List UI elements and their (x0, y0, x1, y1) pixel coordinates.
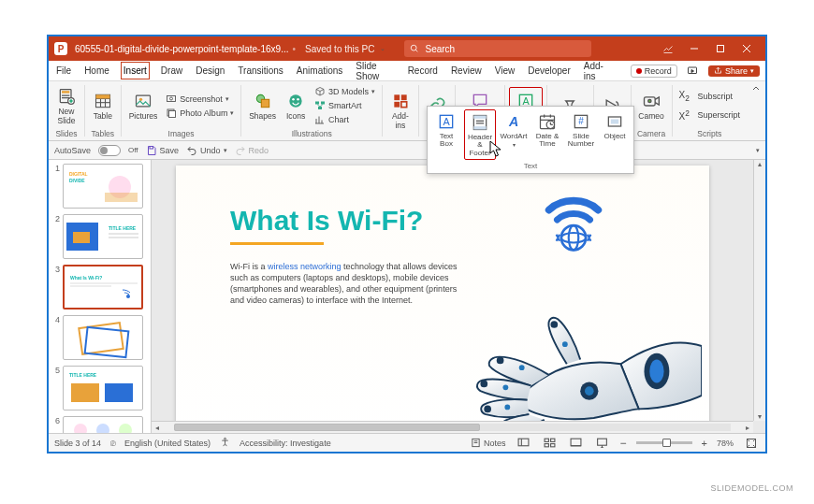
svg-rect-121 (611, 120, 618, 124)
zoom-out-icon[interactable]: − (620, 437, 627, 450)
svg-text:TITLE HERE: TITLE HERE (69, 372, 97, 378)
object-button[interactable]: Object (599, 109, 631, 160)
status-bar: Slide 3 of 14 ⎚ English (United States) … (49, 433, 765, 452)
zoom-in-icon[interactable]: + (702, 438, 707, 449)
fit-window-icon[interactable] (743, 437, 760, 450)
tab-draw[interactable]: Draw (159, 63, 184, 79)
3d-models-icon (314, 86, 326, 97)
slide-title[interactable]: What Is Wi-Fi? (230, 205, 423, 237)
tab-review[interactable]: Review (449, 63, 484, 79)
smartart-button[interactable]: SmartArt (312, 99, 378, 112)
tab-file[interactable]: File (54, 63, 73, 79)
save-status[interactable]: Saved to this PC (305, 44, 374, 54)
datetime-icon (537, 111, 558, 132)
svg-rect-22 (167, 95, 176, 101)
svg-point-30 (297, 98, 299, 101)
qat-customize-icon[interactable]: ▾ (756, 147, 760, 154)
tab-insert[interactable]: Insert (121, 62, 150, 79)
maximize-button[interactable] (707, 36, 734, 61)
titlebar: P 60555-01-digital-divide-powerpoint-tem… (49, 36, 765, 61)
accessibility-status[interactable]: Accessibility: Investigate (240, 439, 331, 448)
reading-view-icon[interactable] (568, 437, 585, 450)
thumb-6[interactable] (63, 416, 143, 433)
slide-body[interactable]: Wi-Fi is a wireless networking technolog… (230, 261, 466, 307)
search-box[interactable]: Search (404, 40, 591, 57)
slide-thumbnails[interactable]: 1 DIGITALDIVIDE 2 TITLE HERE 3 What Is W… (49, 160, 152, 433)
record-button[interactable]: Record (631, 65, 677, 78)
group-addins: Add- ins (383, 81, 418, 140)
collapse-ribbon-icon[interactable] (747, 81, 765, 140)
new-slide-button[interactable]: New Slide (52, 84, 80, 127)
chart-icon (314, 114, 326, 125)
thumb-5[interactable]: TITLE HERE (63, 366, 143, 410)
present-icon[interactable] (687, 64, 699, 79)
slide-counter[interactable]: Slide 3 of 14 (54, 439, 101, 448)
svg-point-86 (562, 341, 568, 347)
thumb-2[interactable]: TITLE HERE (63, 214, 143, 259)
ribbon-options-icon[interactable] (655, 36, 681, 61)
svg-text:TITLE HERE: TITLE HERE (109, 225, 137, 231)
slideshow-view-icon[interactable] (594, 437, 611, 450)
tab-record[interactable]: Record (406, 63, 440, 79)
tab-view[interactable]: View (493, 63, 517, 79)
svg-rect-106 (473, 116, 486, 119)
tab-animations[interactable]: Animations (295, 63, 344, 79)
undo-button[interactable]: Undo▾ (186, 145, 227, 156)
addins-button[interactable]: Add- ins (386, 89, 414, 132)
svg-point-83 (503, 384, 509, 390)
slide-number-button[interactable]: # Slide Number (565, 109, 597, 160)
minimize-button[interactable] (681, 36, 707, 61)
tab-home[interactable]: Home (82, 63, 111, 79)
subscript-button[interactable]: X2 Subscript (676, 89, 743, 104)
share-icon (714, 66, 722, 75)
tab-developer[interactable]: Developer (526, 63, 573, 79)
svg-rect-91 (518, 439, 529, 446)
sorter-view-icon[interactable] (542, 437, 559, 450)
text-dropdown-group-label: Text (430, 160, 631, 172)
tab-slideshow[interactable]: Slide Show (354, 58, 396, 84)
notes-button[interactable]: Notes (471, 438, 506, 448)
tab-design[interactable]: Design (194, 63, 226, 79)
icons-button[interactable]: Icons (282, 89, 310, 122)
textbox-button[interactable]: A Text Box (430, 109, 462, 160)
language-status[interactable]: English (United States) (124, 439, 211, 448)
table-button[interactable]: Table (89, 89, 117, 122)
datetime-button[interactable]: Date & Time (531, 109, 563, 160)
svg-rect-66 (105, 383, 133, 402)
tab-transitions[interactable]: Transitions (236, 63, 285, 79)
svg-point-81 (550, 321, 558, 328)
slide-canvas[interactable]: What Is Wi-Fi? Wi-Fi is a wireless netwo… (176, 166, 709, 433)
chart-button[interactable]: Chart (312, 113, 378, 126)
shapes-button[interactable]: Shapes (245, 89, 280, 122)
autosave-toggle[interactable] (98, 145, 121, 156)
thumb-1[interactable]: DIGITALDIVIDE (63, 164, 143, 209)
slide-editor[interactable]: What Is Wi-Fi? Wi-Fi is a wireless netwo… (152, 160, 765, 433)
svg-rect-107 (473, 126, 486, 129)
screenshot-button[interactable]: Screenshot▾ (163, 93, 237, 106)
scrollbar-vertical[interactable]: ▴▾ (753, 160, 765, 421)
wireless-link[interactable]: wireless networking (268, 262, 342, 271)
zoom-slider[interactable] (636, 441, 692, 444)
normal-view-icon[interactable] (516, 437, 532, 450)
svg-line-1 (416, 50, 418, 51)
tab-addins[interactable]: Add-ins (582, 58, 612, 84)
scrollbar-horizontal[interactable]: ◂▸ (152, 421, 753, 433)
superscript-button[interactable]: X2 Superscript (676, 108, 743, 122)
thumb-3[interactable]: What Is Wi-Fi? (63, 265, 143, 310)
close-button[interactable] (734, 36, 760, 61)
quick-access-toolbar: AutoSave Off Save Undo▾ Redo ▾ (49, 141, 765, 160)
svg-rect-97 (571, 439, 581, 446)
zoom-level[interactable]: 78% (717, 439, 734, 448)
save-button[interactable]: Save (146, 145, 180, 156)
svg-point-68 (96, 424, 109, 433)
share-button[interactable]: Share▾ (708, 65, 760, 77)
3d-models-button[interactable]: 3D Models▾ (312, 85, 378, 98)
wordart-button[interactable]: A WordArt ▾ (498, 109, 530, 160)
redo-button[interactable]: Redo (235, 145, 269, 156)
photo-album-button[interactable]: Photo Album▾ (163, 107, 237, 120)
pictures-button[interactable]: Pictures (125, 89, 162, 122)
thumb-4[interactable] (63, 315, 143, 360)
svg-point-87 (225, 438, 226, 439)
cameo-button[interactable]: Cameo (634, 89, 667, 122)
file-name: 60555-01-digital-divide-powerpoint-templ… (75, 44, 288, 54)
